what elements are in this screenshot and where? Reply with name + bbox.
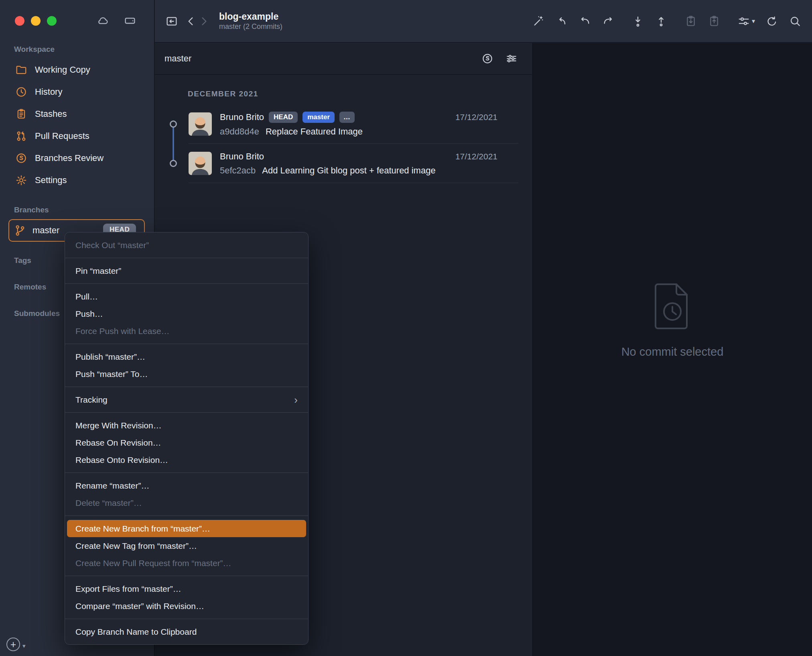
sidebar-item-pull-requests[interactable]: Pull Requests (0, 125, 154, 147)
menu-item-push-to[interactable]: Push “master” To… (65, 365, 308, 383)
compare-icon[interactable] (481, 53, 493, 65)
menu-item-merge-with-revision[interactable]: Merge With Revision… (65, 417, 308, 434)
push-icon[interactable] (655, 15, 668, 28)
zoom-window-button[interactable] (47, 16, 57, 26)
branch-badge: master (302, 112, 335, 123)
back-button[interactable] (185, 15, 197, 28)
filter-query: master (164, 53, 191, 64)
devices-icon[interactable] (124, 14, 136, 27)
head-badge: HEAD (269, 112, 298, 123)
folder-icon (15, 64, 27, 76)
month-header: DECEMBER 2021 (188, 90, 258, 98)
redo-icon[interactable] (602, 15, 615, 28)
commit-author: Bruno Brito (220, 112, 264, 122)
menu-item-rebase-on-revision[interactable]: Rebase On Revision… (65, 434, 308, 451)
menu-item-create-pull-request: Create New Pull Request from “master”… (65, 554, 308, 572)
sidebar-item-label: Branches Review (35, 153, 104, 163)
menu-item-tracking[interactable]: Tracking › (65, 391, 308, 408)
clipboard-icon (15, 108, 27, 120)
menu-separator (65, 387, 308, 387)
stash-save-icon[interactable] (708, 15, 721, 28)
minimize-window-button[interactable] (31, 16, 41, 26)
sidebar-item-label: Stashes (35, 109, 67, 119)
menu-separator (65, 619, 308, 619)
menu-item-label: Tracking (75, 395, 108, 405)
sidebar-item-settings[interactable]: Settings (0, 169, 154, 191)
menu-item-create-tag[interactable]: Create New Tag from “master”… (65, 537, 308, 554)
menu-item-compare[interactable]: Compare “master” with Revision… (65, 597, 308, 615)
row-divider (189, 183, 518, 183)
filter-options-icon[interactable] (505, 53, 518, 65)
submenu-chevron-icon: › (294, 395, 298, 405)
close-window-button[interactable] (15, 16, 24, 26)
submodules-section-label[interactable]: Submodules (14, 309, 60, 318)
quick-actions-wand-icon[interactable] (532, 15, 545, 28)
empty-state: No commit selected (533, 282, 812, 359)
cloud-icon[interactable] (96, 14, 109, 27)
menu-item-pin[interactable]: Pin “master” (65, 262, 308, 279)
pull-request-icon (15, 130, 27, 142)
menu-separator (65, 473, 308, 473)
chevron-down-icon[interactable]: ▾ (22, 642, 26, 650)
commit-row[interactable]: Bruno Brito 17/12/2021 5efc2acb Add Lear… (189, 146, 518, 181)
sidebar-item-branches-review[interactable]: Branches Review (0, 147, 154, 169)
commit-graph (166, 103, 181, 208)
workflow-menu-button[interactable]: ▾ (737, 15, 755, 28)
history-icon (15, 86, 27, 98)
sidebar-item-label: History (35, 87, 62, 97)
sliders-icon (737, 15, 750, 28)
forward-button[interactable] (197, 15, 210, 28)
commit-message: Replace Featured Image (266, 126, 363, 137)
search-icon[interactable] (789, 15, 802, 28)
menu-item-push[interactable]: Push… (65, 305, 308, 322)
commit-hash: 5efc2acb (220, 165, 256, 176)
menu-item-check-out: Check Out “master” (65, 236, 308, 254)
menu-item-copy-branch-name[interactable]: Copy Branch Name to Clipboard (65, 623, 308, 640)
commit-date: 17/12/2021 (455, 112, 518, 122)
menu-item-export-files[interactable]: Export Files from “master”… (65, 580, 308, 597)
menu-item-create-branch[interactable]: Create New Branch from “master”… (67, 520, 306, 537)
branch-context-menu: Check Out “master” Pin “master” Pull… Pu… (65, 232, 309, 645)
avatar (189, 112, 212, 136)
commit-date: 17/12/2021 (455, 152, 518, 161)
menu-item-delete: Delete “master”… (65, 494, 308, 511)
branches-review-icon (15, 152, 27, 164)
menu-separator (65, 515, 308, 516)
no-commit-icon (652, 282, 692, 331)
window-title-block: blog-example master (2 Commits) (219, 11, 282, 31)
sidebar-item-history[interactable]: History (0, 81, 154, 103)
pull-icon[interactable] (631, 15, 644, 28)
menu-separator (65, 412, 308, 413)
commit-message: Add Learning Git blog post + featured im… (262, 165, 435, 176)
menu-separator (65, 258, 308, 258)
refresh-icon[interactable] (765, 15, 778, 28)
sidebar-item-stashes[interactable]: Stashes (0, 103, 154, 125)
branches-section-label: Branches (14, 206, 49, 214)
remotes-section-label[interactable]: Remotes (14, 283, 46, 291)
branch-icon (14, 224, 26, 236)
empty-state-text: No commit selected (621, 345, 724, 359)
sidebar-item-label: Pull Requests (35, 131, 89, 141)
commit-author: Bruno Brito (220, 151, 264, 162)
commit-row[interactable]: Bruno Brito HEAD master … 17/12/2021 a9d… (189, 106, 518, 142)
menu-separator (65, 283, 308, 284)
folder-back-icon[interactable] (165, 15, 178, 28)
chevron-down-icon: ▾ (752, 17, 755, 25)
menu-item-publish[interactable]: Publish “master”… (65, 348, 308, 365)
undo-icon[interactable] (579, 15, 591, 28)
menu-item-rename[interactable]: Rename “master”… (65, 477, 308, 494)
tags-section-label[interactable]: Tags (14, 256, 31, 265)
menu-item-pull[interactable]: Pull… (65, 288, 308, 305)
detail-panel: No commit selected (532, 43, 812, 656)
stash-apply-icon[interactable] (684, 15, 697, 28)
sidebar-item-working-copy[interactable]: Working Copy (0, 59, 154, 81)
more-badges-button[interactable]: … (339, 112, 355, 123)
menu-separator (65, 344, 308, 344)
branch-name: master (32, 225, 59, 236)
row-divider (189, 143, 518, 144)
menu-item-rebase-onto-revision[interactable]: Rebase Onto Revision… (65, 451, 308, 469)
menu-separator (65, 576, 308, 576)
window-controls (15, 16, 57, 26)
add-button[interactable]: + (6, 638, 20, 651)
discard-icon[interactable] (555, 15, 568, 28)
